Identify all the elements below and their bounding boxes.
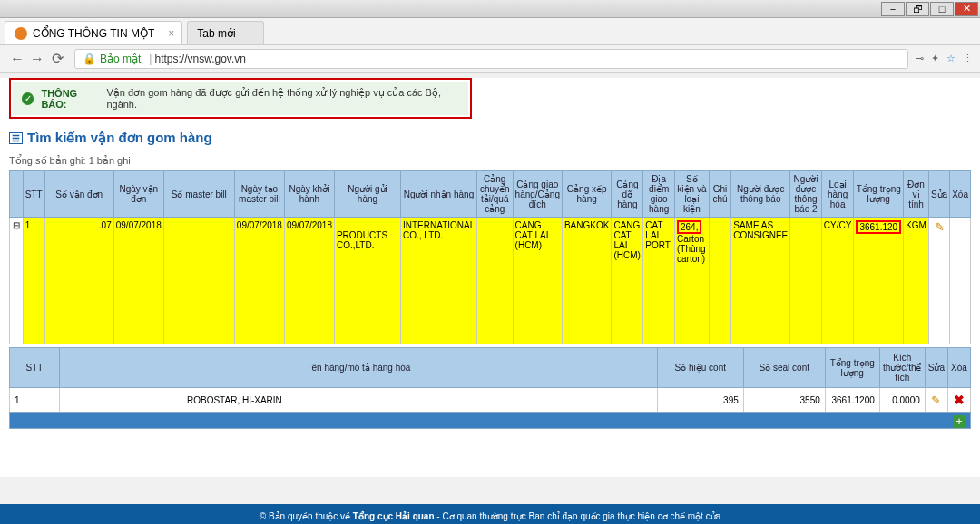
window-controls: − 🗗 □ ✕: [0, 0, 980, 18]
cell-cghcd: CANG CAT LAI (HCM): [513, 218, 562, 344]
cell-svd: .07: [44, 218, 113, 344]
page-title-text: Tìm kiếm vận đơn gom hàng: [27, 130, 212, 146]
col-svd: Số vận đơn: [44, 171, 113, 218]
main-table: STT Số vận đơn Ngày vận đơn Số master bi…: [9, 170, 971, 344]
col-ttl: Tổng trọng lượng: [854, 171, 904, 218]
scol-xoa: Xóa: [948, 348, 971, 388]
cell-skvlk: 264,Carton (Thùng carton): [674, 218, 709, 344]
scol-sua: Sửa: [925, 348, 947, 388]
add-row-button[interactable]: +: [953, 415, 965, 428]
favicon-icon: [15, 27, 27, 40]
sub-table-wrap: STT Tên hàng/mô tả hàng hóa Số hiệu cont…: [9, 347, 971, 429]
col-ndtb: Người được thông báo: [731, 171, 790, 218]
scell-shc: 395: [657, 388, 743, 412]
col-ngh: Người gửi hàng: [334, 171, 400, 218]
minimize-button[interactable]: −: [881, 2, 905, 16]
scol-ktt: Kích thước/thể tích: [879, 348, 925, 388]
tab-active[interactable]: CỔNG THÔNG TIN MỘT ×: [5, 21, 182, 44]
col-ntmb: Ngày tạo master bill: [234, 171, 284, 218]
col-ddgh: Địa điểm giao hàng: [643, 171, 675, 218]
delete-button[interactable]: [950, 218, 971, 344]
scol-stt: STT: [10, 348, 60, 388]
cell-gc: [709, 218, 730, 344]
maximize-button[interactable]: □: [930, 2, 954, 16]
alert-banner: ✓ THÔNG BÁO: Vận đơn gom hàng đã được gử…: [13, 82, 468, 115]
cell-nvd: 09/07/2018: [113, 218, 163, 344]
alert-message: Vận đơn gom hàng đã được gửi đến hệ thốn…: [106, 87, 459, 110]
col-skvlk: Số kiện và loại kiện: [674, 171, 709, 218]
tab-new[interactable]: Tab mới: [187, 21, 263, 44]
restore-button[interactable]: 🗗: [906, 2, 929, 16]
scell-ssc: 3550: [743, 388, 825, 412]
cell-ndtb2: [790, 218, 822, 344]
reload-button[interactable]: ⟳: [47, 50, 67, 67]
scol-shc: Số hiệu cont: [657, 348, 743, 388]
address-bar: ← → ⟳ 🔒 Bảo mật | https://vnsw.gov.vn ⊸ …: [0, 45, 980, 73]
cell-nnh: INTERNATIONAL CO., LTD.: [401, 218, 477, 344]
cell-ndtb: SAME AS CONSIGNEE: [731, 218, 790, 344]
col-cdh: Cảng dỡ hàng: [612, 171, 643, 218]
url-domain: vnsw.gov.vn: [188, 53, 246, 65]
col-expand: [10, 171, 24, 218]
cell-cxh: BANGKOK: [562, 218, 611, 344]
page-footer: © Bản quyền thuộc về Tổng cục Hải quan -…: [0, 504, 980, 524]
cell-ngh: PRODUCTS CO.,LTD.: [334, 218, 400, 344]
col-cctqc: Cảng chuyển tải/quá cảng: [476, 171, 513, 218]
star-icon[interactable]: ☆: [946, 53, 956, 64]
scol-ten: Tên hàng/mô tả hàng hóa: [60, 348, 658, 388]
url-prefix: https://: [154, 53, 187, 65]
header-row: STT Số vận đơn Ngày vận đơn Số master bi…: [10, 171, 971, 218]
alert-title: THÔNG BÁO:: [41, 88, 103, 110]
alert-highlight: ✓ THÔNG BÁO: Vận đơn gom hàng đã được gử…: [9, 78, 472, 119]
content-area: ✓ THÔNG BÁO: Vận đơn gom hàng đã được gử…: [0, 78, 980, 477]
col-gc: Ghi chú: [709, 171, 730, 218]
close-window-button[interactable]: ✕: [955, 2, 978, 16]
scell-ktt: 0.0000: [879, 388, 925, 412]
sub-header-row: STT Tên hàng/mô tả hàng hóa Số hiệu cont…: [10, 348, 971, 388]
table-row: ⊟ 1 . .07 09/07/2018 09/07/2018 09/07/20…: [10, 218, 971, 344]
scell-ten: ROBOSTAR, HI-XARIN: [60, 388, 658, 412]
col-nnh: Người nhận hàng: [401, 171, 477, 218]
col-sua: Sửa: [928, 171, 949, 218]
scell-stt: 1: [10, 388, 60, 412]
cell-nkh: 09/07/2018: [284, 218, 334, 344]
col-ndtb2: Người được thông báo 2: [790, 171, 822, 218]
secure-label: Bảo mật: [100, 53, 141, 65]
col-cghcd: Cảng giao hàng/Cảng đích: [513, 171, 562, 218]
sub-table-footer: +: [9, 412, 971, 429]
cell-lhh: CY/CY: [821, 218, 854, 344]
col-cxh: Cảng xếp hàng: [562, 171, 611, 218]
url-input[interactable]: 🔒 Bảo mật | https://vnsw.gov.vn: [74, 49, 908, 69]
record-count: Tổng số bản ghi: 1 bản ghi: [9, 155, 971, 167]
edit-button[interactable]: ✎: [928, 218, 949, 344]
check-icon: ✓: [22, 92, 34, 105]
sub-delete-button[interactable]: ✖: [948, 388, 971, 412]
back-button[interactable]: ←: [7, 51, 27, 67]
tab-close-icon[interactable]: ×: [168, 27, 174, 40]
tab-title: Tab mới: [197, 27, 235, 40]
scol-ssc: Số seal cont: [743, 348, 825, 388]
col-nvd: Ngày vận đơn: [113, 171, 163, 218]
ext-icon[interactable]: ✦: [931, 53, 939, 64]
cell-ddgh: CAT LAI PORT: [643, 218, 675, 344]
addr-icons: ⊸ ✦ ☆ ⋮: [916, 53, 973, 64]
sub-table: STT Tên hàng/mô tả hàng hóa Số hiệu cont…: [9, 347, 971, 412]
col-lhh: Loại hàng hóa: [821, 171, 854, 218]
cell-smb: [163, 218, 234, 344]
cell-dvt: KGM: [904, 218, 929, 344]
scell-ttl: 3661.1200: [825, 388, 879, 412]
col-xoa: Xóa: [950, 171, 971, 218]
cell-cctqc: [476, 218, 513, 344]
key-icon[interactable]: ⊸: [916, 53, 924, 64]
sub-edit-button[interactable]: ✎: [925, 388, 947, 412]
menu-icon[interactable]: ⋮: [963, 53, 973, 64]
url-sep: |: [149, 53, 152, 65]
col-nkh: Ngày khởi hành: [284, 171, 334, 218]
cell-ttl: 3661.120: [854, 218, 904, 344]
tabs-bar: CỔNG THÔNG TIN MỘT × Tab mới: [0, 18, 980, 45]
cell-cdh: CANG CAT LAI (HCM): [612, 218, 643, 344]
col-dvt: Đơn vị tính: [904, 171, 929, 218]
expand-toggle[interactable]: ⊟: [10, 218, 24, 344]
forward-button[interactable]: →: [27, 51, 47, 67]
cell-ntmb: 09/07/2018: [234, 218, 284, 344]
